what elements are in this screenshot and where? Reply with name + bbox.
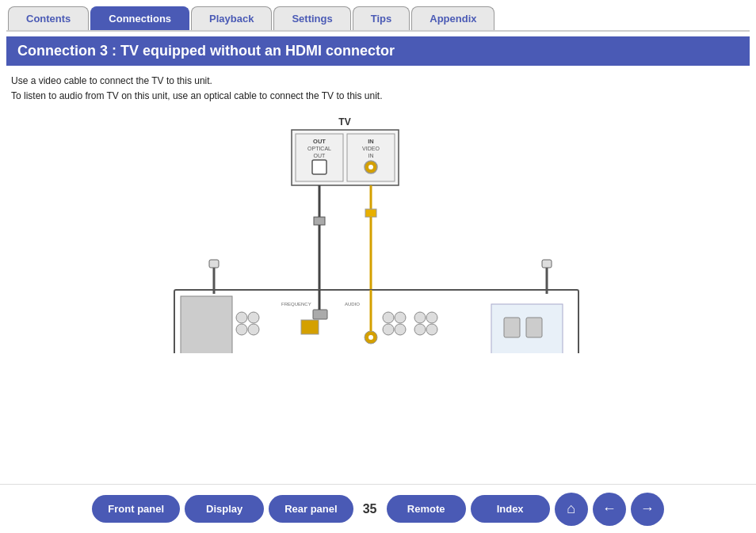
svg-rect-14 bbox=[314, 217, 325, 225]
tab-connections[interactable]: Connections bbox=[90, 6, 189, 30]
svg-point-30 bbox=[236, 312, 247, 323]
description-line2: To listen to audio from TV on this unit,… bbox=[11, 89, 745, 104]
nav-tabs: Contents Connections Playback Settings T… bbox=[0, 0, 756, 30]
svg-text:OUT: OUT bbox=[314, 153, 326, 158]
front-panel-button[interactable]: Front panel bbox=[92, 495, 180, 523]
svg-text:OUT: OUT bbox=[313, 138, 326, 145]
home-button[interactable]: ⌂ bbox=[555, 493, 588, 526]
svg-text:IN: IN bbox=[368, 138, 374, 145]
tab-tips[interactable]: Tips bbox=[353, 6, 410, 30]
svg-point-38 bbox=[414, 312, 426, 323]
svg-point-39 bbox=[426, 312, 437, 323]
svg-rect-17 bbox=[365, 209, 376, 217]
svg-point-36 bbox=[383, 324, 394, 335]
svg-text:TV: TV bbox=[338, 116, 350, 128]
svg-point-34 bbox=[383, 312, 394, 323]
svg-rect-27 bbox=[313, 310, 327, 319]
svg-point-12 bbox=[368, 165, 373, 169]
section-title: Connection 3 : TV equipped without an HD… bbox=[6, 36, 750, 66]
svg-rect-43 bbox=[504, 318, 520, 337]
back-button[interactable]: ← bbox=[593, 493, 626, 526]
svg-text:OPTICAL: OPTICAL bbox=[307, 146, 331, 151]
svg-point-32 bbox=[236, 324, 247, 335]
diagram-svg: TV OUT OPTICAL OUT IN VIDEO IN bbox=[0, 108, 756, 353]
svg-rect-25 bbox=[542, 260, 552, 268]
svg-rect-23 bbox=[209, 260, 219, 268]
svg-point-37 bbox=[395, 324, 406, 335]
remote-button[interactable]: Remote bbox=[387, 495, 466, 523]
display-button[interactable]: Display bbox=[185, 495, 264, 523]
svg-point-33 bbox=[248, 324, 259, 335]
rear-panel-button[interactable]: Rear panel bbox=[269, 495, 353, 523]
svg-point-41 bbox=[426, 324, 437, 335]
svg-rect-44 bbox=[526, 318, 542, 337]
svg-point-29 bbox=[368, 335, 373, 340]
svg-text:IN: IN bbox=[368, 153, 374, 158]
svg-point-31 bbox=[248, 312, 259, 323]
tab-playback[interactable]: Playback bbox=[191, 6, 272, 30]
svg-rect-26 bbox=[181, 296, 232, 353]
svg-text:FREQUENCY: FREQUENCY bbox=[281, 302, 311, 306]
index-button[interactable]: Index bbox=[471, 495, 550, 523]
svg-rect-6 bbox=[312, 160, 326, 174]
tab-contents[interactable]: Contents bbox=[8, 6, 89, 30]
forward-button[interactable]: → bbox=[631, 493, 664, 526]
content-area: Use a video cable to connect the TV to t… bbox=[0, 66, 756, 104]
svg-text:VIDEO: VIDEO bbox=[362, 146, 380, 151]
tab-settings[interactable]: Settings bbox=[273, 6, 350, 30]
page-number: 35 bbox=[358, 502, 382, 516]
svg-point-40 bbox=[414, 324, 426, 335]
connection-diagram: TV OUT OPTICAL OUT IN VIDEO IN bbox=[0, 108, 756, 361]
tab-appendix[interactable]: Appendix bbox=[411, 6, 494, 30]
svg-text:AUDIO: AUDIO bbox=[345, 302, 360, 306]
svg-rect-49 bbox=[301, 320, 319, 334]
svg-point-35 bbox=[395, 312, 406, 323]
description-line1: Use a video cable to connect the TV to t… bbox=[11, 74, 745, 89]
bottom-navigation: Front panel Display Rear panel 35 Remote… bbox=[0, 484, 756, 533]
